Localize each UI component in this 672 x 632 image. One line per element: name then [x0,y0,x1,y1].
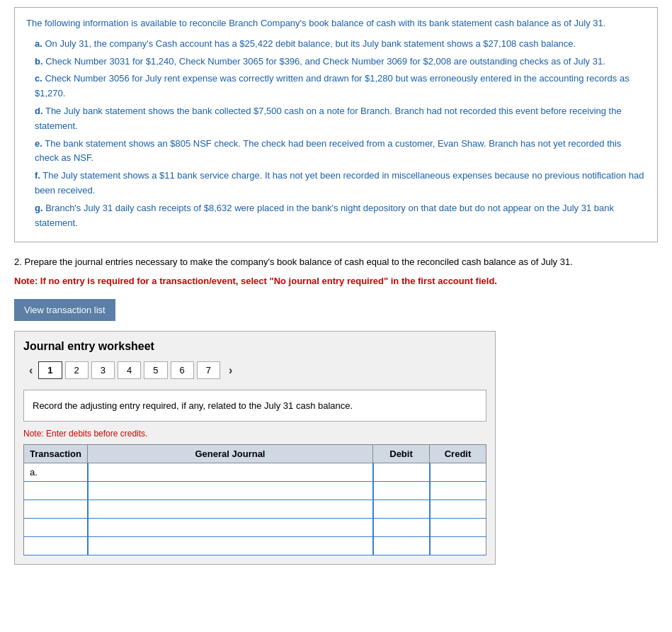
debit-cell-5[interactable] [373,537,430,555]
intro-text: The following information is available t… [26,16,646,31]
info-list-item: c. Check Number 3056 for July rent expen… [32,72,646,101]
credit-input-2[interactable] [431,482,486,500]
item-letter: e. [35,138,42,149]
transaction-label-2 [24,482,88,500]
tab-3[interactable]: 3 [91,361,115,379]
debit-cell-2[interactable] [373,482,430,500]
credit-input-3[interactable] [431,500,486,518]
table-row [24,500,486,519]
general-journal-input-4[interactable] [89,519,372,536]
info-box: The following information is available t… [14,7,658,242]
info-list-item: b. Check Number 3031 for $1,240, Check N… [32,55,646,69]
table-row [24,537,486,555]
col-header-general: General Journal [88,445,373,463]
col-header-transaction: Transaction [24,445,88,463]
question-body: Prepare the journal entries necessary to… [24,256,572,267]
item-letter: b. [35,56,43,67]
next-tab-button[interactable]: › [223,361,238,380]
debit-cell-3[interactable] [373,500,430,519]
transaction-label: a. [24,463,88,482]
table-row: a. [24,463,486,482]
col-header-debit: Debit [373,445,430,463]
question-section: 2. Prepare the journal entries necessary… [14,255,658,289]
item-letter: a. [35,38,42,49]
question-text: 2. Prepare the journal entries necessary… [14,255,658,270]
tab-4[interactable]: 4 [118,361,141,379]
general-journal-input-5[interactable] [89,537,372,555]
col-header-credit: Credit [430,445,486,463]
journal-table-body: a. [24,463,486,555]
info-list-item: g. Branch's July 31 daily cash receipts … [32,201,646,231]
worksheet-title: Journal entry worksheet [23,340,486,353]
debit-input-3[interactable] [374,500,429,518]
credit-cell-4[interactable] [430,519,486,537]
table-row [24,519,486,537]
tab-6[interactable]: 6 [171,361,194,379]
credit-input-5[interactable] [431,537,486,555]
general-journal-cell-3[interactable] [88,500,373,519]
general-journal-input-3[interactable] [89,500,372,518]
info-list-item: a. On July 31, the company's Cash accoun… [32,37,646,52]
tabs-row: ‹ 1 2 3 4 5 6 7 › [23,361,486,380]
info-list-item: e. The bank statement shows an $805 NSF … [32,137,646,167]
tab-7[interactable]: 7 [197,361,220,379]
transaction-label-3 [24,500,88,519]
credit-cell-5[interactable] [430,537,486,555]
item-letter: d. [35,106,43,116]
debit-input-2[interactable] [374,482,429,500]
tab-2[interactable]: 2 [65,361,89,379]
info-list-item: f. The July statement shows a $11 bank s… [32,169,646,198]
note-red: Note: If no entry is required for a tran… [14,274,658,289]
credit-cell-2[interactable] [430,482,486,500]
debit-cell[interactable] [373,463,430,482]
note-debits: Note: Enter debits before credits. [23,429,486,439]
debit-input-4[interactable] [374,519,429,536]
general-journal-cell-2[interactable] [88,482,373,500]
debit-cell-4[interactable] [373,519,430,537]
credit-cell-3[interactable] [430,500,486,519]
general-journal-cell-4[interactable] [88,519,373,537]
transaction-label-4 [24,519,88,537]
info-list-item: d. The July bank statement shows the ban… [32,104,646,134]
tab-1[interactable]: 1 [38,361,62,379]
general-journal-cell[interactable] [88,463,373,482]
item-letter: c. [35,73,42,84]
tab-5[interactable]: 5 [144,361,167,379]
general-journal-input-1[interactable] [89,463,372,481]
general-journal-input-2[interactable] [89,482,372,500]
debit-input-1[interactable] [374,463,429,481]
table-row [24,482,486,500]
debit-input-5[interactable] [374,537,429,555]
prev-tab-button[interactable]: ‹ [23,361,38,380]
item-letter: f. [35,170,40,181]
credit-cell[interactable] [430,463,486,482]
credit-input-1[interactable] [431,463,486,481]
view-transaction-button[interactable]: View transaction list [14,299,115,321]
question-number: 2. [14,256,24,267]
general-journal-cell-5[interactable] [88,537,373,555]
journal-entry-worksheet: Journal entry worksheet ‹ 1 2 3 4 5 6 7 … [14,331,496,565]
item-letter: g. [35,203,43,213]
credit-input-4[interactable] [431,519,486,536]
instruction-text: Record the adjusting entry required, if … [33,399,477,413]
instruction-box: Record the adjusting entry required, if … [23,390,486,422]
info-list: a. On July 31, the company's Cash accoun… [26,37,646,231]
transaction-label-5 [24,537,88,555]
journal-table: Transaction General Journal Debit Credit… [23,444,486,555]
